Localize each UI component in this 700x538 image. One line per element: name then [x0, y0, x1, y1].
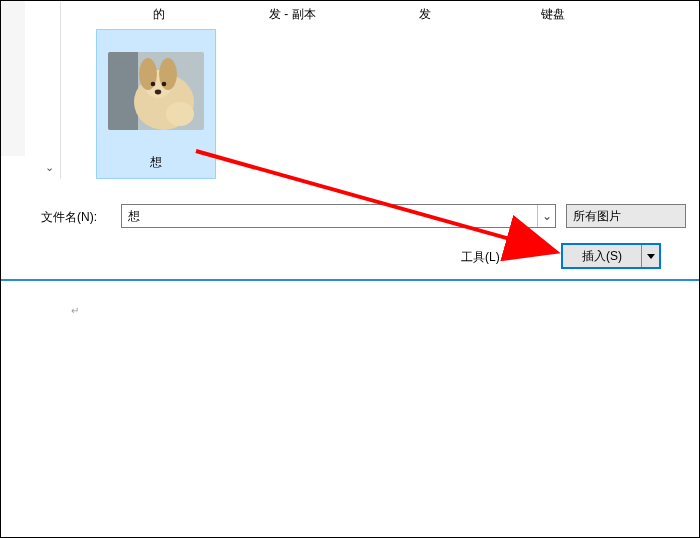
- svg-rect-1: [108, 52, 138, 130]
- filename-combobox[interactable]: ⌄: [121, 204, 556, 228]
- file-label-2: 发 - 副本: [269, 6, 316, 23]
- file-label-1: 的: [153, 6, 165, 23]
- folder-tree-pane[interactable]: ⌄: [1, 1, 61, 179]
- window-frame: ⌄ 的 发 - 副本 发 键盘: [0, 0, 700, 538]
- tools-dropdown-icon[interactable]: [526, 250, 536, 256]
- insert-split-button[interactable]: 插入(S): [561, 243, 661, 269]
- svg-point-5: [159, 58, 177, 90]
- filename-row: 文件名(N): ⌄ 所有图片: [1, 201, 699, 233]
- insert-button-label: 插入(S): [582, 248, 622, 265]
- tools-row: 工具(L) 插入(S): [1, 241, 699, 273]
- insert-button[interactable]: 插入(S): [563, 245, 641, 267]
- thumbnail-caption: 想: [97, 154, 215, 171]
- svg-point-8: [155, 90, 161, 95]
- chevron-down-icon[interactable]: ⌄: [45, 161, 54, 174]
- file-thumbnail-selected[interactable]: 想: [96, 29, 216, 179]
- svg-point-7: [162, 82, 167, 87]
- svg-point-9: [166, 102, 194, 126]
- file-label-4: 键盘: [541, 6, 565, 23]
- file-dialog-area: ⌄ 的 发 - 副本 发 键盘: [1, 1, 699, 279]
- document-area[interactable]: ↵: [1, 281, 699, 537]
- tools-menu-label[interactable]: 工具(L): [461, 249, 500, 266]
- file-labels-row: 的 发 - 副本 发 键盘: [61, 1, 699, 27]
- tree-gutter: [1, 1, 25, 156]
- file-type-filter-label: 所有图片: [573, 208, 621, 225]
- paragraph-mark-icon: ↵: [71, 305, 79, 316]
- filename-input[interactable]: [122, 209, 537, 223]
- file-label-3: 发: [419, 6, 431, 23]
- thumbnail-image: [108, 52, 204, 130]
- insert-dropdown-button[interactable]: [641, 245, 659, 267]
- filename-dropdown-icon[interactable]: ⌄: [537, 205, 555, 227]
- filename-label: 文件名(N):: [41, 209, 97, 226]
- svg-point-6: [151, 82, 156, 87]
- file-type-filter[interactable]: 所有图片: [566, 204, 686, 228]
